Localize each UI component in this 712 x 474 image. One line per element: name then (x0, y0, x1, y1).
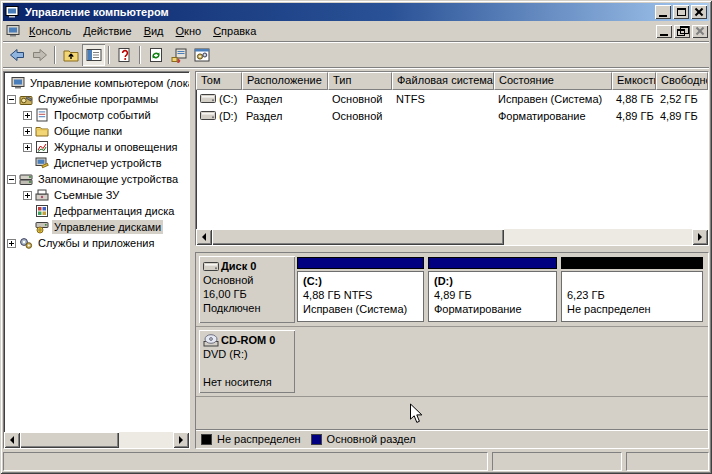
system-tools-icon (19, 92, 33, 106)
right-arrow-icon (698, 233, 706, 241)
close-icon (696, 27, 704, 35)
scrollbar-track[interactable] (212, 229, 692, 245)
tree-item-disk-management[interactable]: Управление дисками (4, 219, 189, 235)
cdrom-0-label-cell[interactable]: CD-ROM 0 DVD (R:) Нет носителя (199, 330, 295, 393)
title-bar[interactable]: Управление компьютером (3, 3, 709, 21)
child-close-button (692, 25, 708, 38)
partition-color-band (297, 257, 424, 269)
tree-item-services-applications[interactable]: Службы и приложения (4, 235, 189, 251)
device-manager-icon (35, 156, 49, 170)
unallocated-space[interactable]: 6,23 ГБ Не распределен (561, 257, 703, 322)
child-restore-button[interactable] (674, 25, 690, 38)
expand-box[interactable] (7, 239, 16, 248)
disk-type: Основной (203, 273, 291, 287)
collapse-box[interactable] (7, 175, 16, 184)
expand-box[interactable] (23, 111, 32, 120)
scroll-right-button[interactable] (173, 432, 189, 448)
tree-item-device-manager[interactable]: Диспетчер устройств (4, 155, 189, 171)
menu-help[interactable]: Справка (207, 23, 262, 39)
window-icon (5, 5, 19, 19)
left-arrow-icon (6, 436, 14, 444)
column-header-volume[interactable]: Том (196, 72, 242, 90)
up-level-button[interactable] (59, 44, 82, 66)
export-list-button[interactable] (167, 44, 190, 66)
column-header-file-system[interactable]: Файловая система (392, 72, 494, 90)
cell-type: Основной (328, 110, 392, 122)
collapse-box[interactable] (7, 95, 16, 104)
volume-list-panel: Том Расположение Тип Файловая система Со… (195, 71, 709, 246)
tree-item-disk-defragmenter[interactable]: Дефрагментация диска (4, 203, 189, 219)
tree-item-shared-folders[interactable]: Общие папки (4, 123, 189, 139)
scrollbar-thumb[interactable] (20, 432, 119, 448)
back-button[interactable] (5, 44, 28, 66)
close-button[interactable] (691, 5, 707, 19)
cell-free-space: 4,89 ГБ (656, 110, 702, 122)
column-header-type[interactable]: Тип (328, 72, 392, 90)
tree-item-storage[interactable]: Запоминающие устройства (4, 171, 189, 187)
tree-item-event-viewer[interactable]: Просмотр событий (4, 107, 189, 123)
help-doc-button[interactable] (113, 44, 136, 66)
tree-item-removable-storage[interactable]: Съемные ЗУ (4, 187, 189, 203)
help-button[interactable] (190, 44, 213, 66)
child-minimize-button[interactable] (656, 25, 672, 38)
cell-status: Форматирование (494, 110, 612, 122)
computer-icon (11, 76, 25, 90)
minimize-button[interactable] (655, 5, 671, 19)
expand-box[interactable] (23, 127, 32, 136)
partition-state: Форматирование (434, 302, 551, 316)
disk-view-empty-area (196, 397, 708, 429)
disk-management-icon (35, 220, 49, 234)
toolbar (3, 42, 709, 68)
menu-window[interactable]: Окно (170, 23, 208, 39)
tree-horizontal-scrollbar[interactable] (4, 432, 189, 448)
defrag-icon (35, 204, 49, 218)
partition-info: 4,89 ГБ (434, 288, 551, 302)
scrollbar-track[interactable] (20, 432, 173, 448)
right-arrow-icon (179, 436, 187, 444)
legend-unallocated: Не распределен (201, 433, 301, 445)
cell-volume: (D:) (196, 110, 242, 122)
disk-size: 16,00 ГБ (203, 287, 291, 301)
maximize-button[interactable] (673, 5, 689, 19)
scrollbar-thumb[interactable] (212, 229, 504, 245)
volume-row-c[interactable]: (C:) Раздел Основной NTFS Исправен (Сист… (196, 90, 708, 107)
partition-d[interactable]: (D:) 4,89 ГБ Форматирование (428, 257, 557, 322)
disk-0-row: Диск 0 Основной 16,00 ГБ Подключен (C:) … (196, 253, 708, 327)
column-header-status[interactable]: Состояние (494, 72, 612, 90)
tree-item-performance-logs[interactable]: Журналы и оповещения (4, 139, 189, 155)
volume-row-d[interactable]: (D:) Раздел Основной Форматирование 4,89… (196, 107, 708, 124)
partition-c[interactable]: (C:) 4,88 ГБ NTFS Исправен (Система) (297, 257, 424, 322)
back-arrow-icon (9, 47, 25, 63)
scroll-left-button[interactable] (196, 229, 212, 245)
list-horizontal-scrollbar[interactable] (196, 229, 708, 245)
scroll-left-button[interactable] (4, 432, 20, 448)
unallocated-swatch (201, 434, 212, 445)
cell-type: Основной (328, 93, 392, 105)
expand-box[interactable] (23, 143, 32, 152)
primary-partition-swatch (311, 434, 322, 445)
column-header-layout[interactable]: Расположение (242, 72, 328, 90)
removable-storage-icon (35, 188, 49, 202)
show-hide-tree-button[interactable] (82, 44, 105, 66)
column-header-free-space[interactable]: Свободно (656, 72, 708, 90)
column-header-capacity[interactable]: Емкость (612, 72, 656, 90)
disk-0-partitions: (C:) 4,88 ГБ NTFS Исправен (Система) (D:… (295, 256, 705, 323)
expand-box[interactable] (23, 191, 32, 200)
menu-console[interactable]: Консоль (23, 23, 77, 39)
status-section (492, 452, 622, 471)
menu-view[interactable]: Вид (138, 23, 170, 39)
minimize-icon (660, 34, 668, 36)
drive-icon (200, 110, 216, 121)
left-arrow-icon (198, 233, 206, 241)
partition-info: 4,88 ГБ NTFS (303, 288, 418, 302)
scroll-right-button[interactable] (692, 229, 708, 245)
forward-button (28, 44, 51, 66)
cell-free-space: 2,52 ГБ (656, 93, 702, 105)
menu-action[interactable]: Действие (77, 23, 137, 39)
tree-item-system-tools[interactable]: Служебные программы (4, 91, 189, 107)
partition-color-band (561, 257, 703, 269)
disk-0-label-cell[interactable]: Диск 0 Основной 16,00 ГБ Подключен (199, 256, 295, 323)
tree-item-computer-management[interactable]: Управление компьютером (лока (4, 75, 189, 91)
refresh-button[interactable] (144, 44, 167, 66)
minimize-icon (659, 15, 667, 17)
